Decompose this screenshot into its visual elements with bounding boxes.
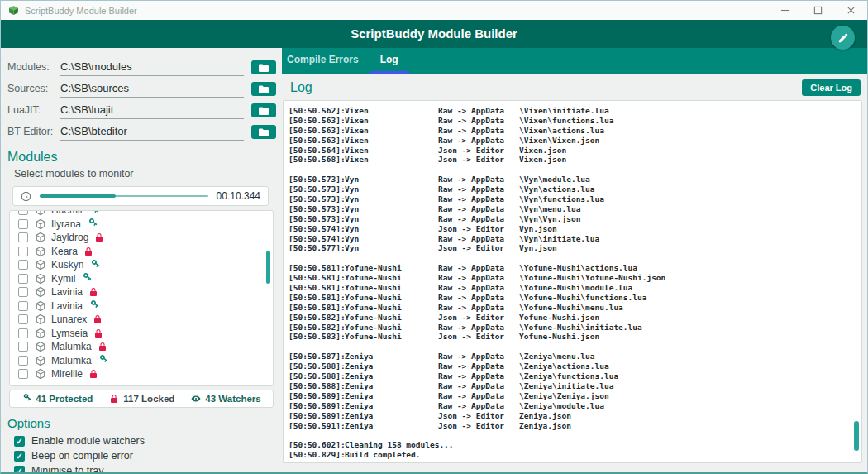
log-module: Yofune-Nushi xyxy=(345,323,438,333)
log-module xyxy=(345,342,438,352)
module-list-item[interactable]: Jayldrog xyxy=(18,231,273,245)
protected-stat-label: 41 Protected xyxy=(36,394,93,404)
module-checkbox[interactable] xyxy=(18,287,28,297)
module-list-item[interactable]: Ilyrana xyxy=(18,218,273,232)
log-module: Vixen xyxy=(345,126,438,136)
log-file: \Yofune-Nushi\Yofune-Nushi.json xyxy=(519,273,861,283)
option-checkbox-checked[interactable] xyxy=(14,451,25,462)
modules-subheading: Select modules to monitor xyxy=(14,168,282,180)
module-checkbox[interactable] xyxy=(18,342,28,352)
log-file xyxy=(519,165,861,175)
module-list-item[interactable]: Haemil xyxy=(18,210,273,218)
options-list: Enable module watchers Beep on compile e… xyxy=(1,433,282,474)
log-line: [50:50.573]: Vyn Raw -> AppData \Vyn\mod… xyxy=(289,175,861,184)
log-timestamp: [50:50.564]: xyxy=(289,146,345,156)
module-list-item[interactable]: Kymil xyxy=(18,272,273,286)
module-cube-icon xyxy=(35,273,46,285)
log-action xyxy=(438,165,519,175)
clear-log-button[interactable]: Clear Log xyxy=(802,79,861,96)
log-line: [50:50.562]: Vixen Raw -> AppData \Vixen… xyxy=(289,106,861,116)
log-timestamp: [50:50.573]: xyxy=(289,194,345,204)
log-file: Vixen.json xyxy=(519,146,861,156)
lock-icon xyxy=(93,328,103,338)
module-list-item[interactable]: Lymseia xyxy=(18,327,273,341)
window-title: ScriptBuddy Module Builder xyxy=(25,6,137,16)
edit-fab-button[interactable] xyxy=(831,26,855,50)
log-timestamp: [50:50.581]: xyxy=(289,273,345,283)
tab-log[interactable]: Log xyxy=(370,48,409,74)
module-checkbox[interactable] xyxy=(18,260,28,270)
log-timestamp: [50:50.829]: xyxy=(289,450,345,460)
module-checkbox[interactable] xyxy=(18,219,28,229)
browse-folder-button[interactable] xyxy=(251,60,276,74)
log-module: Zeniya xyxy=(345,391,438,401)
module-name: Kuskyn xyxy=(51,259,83,271)
option-checkbox-checked[interactable] xyxy=(14,466,25,474)
log-scrollbar[interactable] xyxy=(854,421,859,451)
module-list-item[interactable]: Lunarex xyxy=(18,313,273,327)
log-file: \Yofune-Nushi\actions.lua xyxy=(519,263,861,273)
log-timestamp: [50:50.581]: xyxy=(289,303,345,313)
log-timestamp xyxy=(289,165,345,175)
module-list-item[interactable]: Malumka xyxy=(18,354,273,368)
module-checkbox[interactable] xyxy=(18,232,28,242)
path-input[interactable]: C:\SB\sources xyxy=(60,82,244,98)
log-module: Vyn xyxy=(345,234,438,244)
log-action: Raw -> AppData xyxy=(438,136,519,146)
tab-compile-errors[interactable]: Compile Errors xyxy=(282,48,370,74)
folder-icon xyxy=(259,107,269,115)
log-file: Vixen.json xyxy=(519,155,861,165)
module-list-item[interactable]: Kuskyn xyxy=(18,258,273,272)
close-button[interactable] xyxy=(834,1,867,20)
log-line: [50:50.582]: Yofune-Nushi Json -> Editor… xyxy=(289,313,861,323)
option-row: Beep on compile error xyxy=(14,448,282,463)
path-input[interactable]: C:\SB\bteditor xyxy=(60,125,244,141)
module-checkbox[interactable] xyxy=(18,274,28,284)
folder-icon xyxy=(259,128,269,136)
log-file: \Vixen\initiate.lua xyxy=(519,106,861,116)
log-file: \Zeniya\actions.lua xyxy=(519,361,861,371)
log-module: Vyn xyxy=(345,224,438,234)
module-checkbox[interactable] xyxy=(18,369,28,379)
lock-icon xyxy=(109,394,119,404)
module-cube-icon xyxy=(35,341,46,352)
log-action: Raw -> AppData xyxy=(438,184,519,194)
log-timestamp: [50:50.581]: xyxy=(289,283,345,293)
module-checkbox[interactable] xyxy=(18,356,28,366)
log-action: Raw -> AppData xyxy=(438,401,519,411)
option-row: Enable module watchers xyxy=(14,433,282,448)
log-file xyxy=(519,440,861,450)
option-checkbox-checked[interactable] xyxy=(14,436,25,447)
module-checkbox[interactable] xyxy=(18,210,28,215)
log-file: \Vyn\Vyn.json xyxy=(519,214,861,224)
protected-stat: 41 Protected xyxy=(21,394,93,404)
module-list-scrollbar[interactable] xyxy=(266,251,270,284)
log-timestamp: [50:50.581]: xyxy=(289,263,345,273)
module-checkbox[interactable] xyxy=(18,314,28,324)
log-file xyxy=(519,450,861,460)
module-list-item[interactable]: Keara xyxy=(18,245,273,259)
eye-icon xyxy=(191,394,201,404)
maximize-button[interactable] xyxy=(801,1,834,20)
browse-folder-button[interactable] xyxy=(251,103,276,117)
browse-folder-button[interactable] xyxy=(251,125,276,139)
log-action: Raw -> AppData xyxy=(438,263,519,273)
log-file: Zeniya.json xyxy=(519,411,861,421)
module-list-item[interactable]: Lavinia xyxy=(18,299,273,314)
timer-progress-fill xyxy=(40,194,116,198)
module-checkbox[interactable] xyxy=(18,247,28,256)
module-list-item[interactable]: Mireille xyxy=(18,367,273,381)
path-field-label: Sources: xyxy=(7,83,60,98)
path-input[interactable]: C:\SB\luajit xyxy=(60,103,244,119)
module-checkbox[interactable] xyxy=(18,301,28,311)
module-checkbox[interactable] xyxy=(18,328,28,338)
log-module: Yofune-Nushi xyxy=(345,283,438,293)
log-line: [50:50.591]: Zeniya Json -> Editor Zeniy… xyxy=(289,421,861,431)
module-list-item[interactable]: Malumka xyxy=(18,340,273,354)
log-timestamp xyxy=(289,430,345,440)
log-module: Vyn xyxy=(345,204,438,214)
module-list-item[interactable]: Lavinia xyxy=(18,285,273,299)
minimize-button[interactable] xyxy=(768,1,801,20)
path-input[interactable]: C:\SB\modules xyxy=(60,60,244,76)
browse-folder-button[interactable] xyxy=(251,82,276,96)
